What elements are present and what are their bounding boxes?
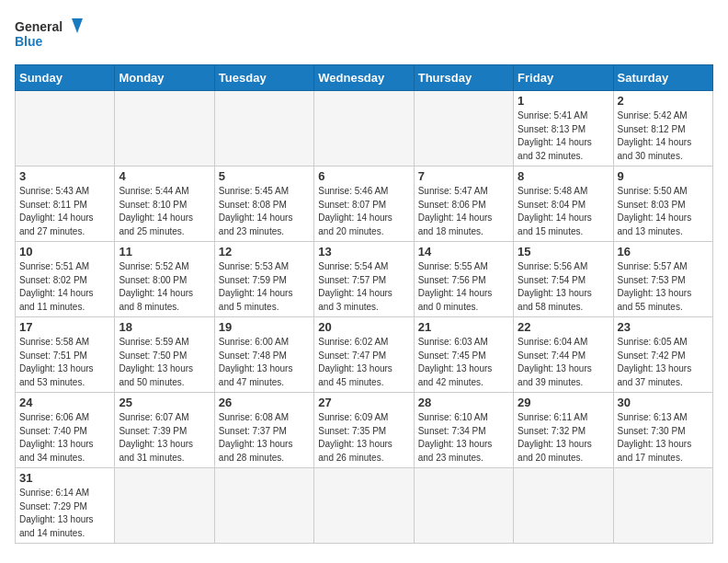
day-info: Sunrise: 5:59 AM Sunset: 7:50 PM Dayligh… xyxy=(119,336,210,389)
day-number: 16 xyxy=(618,245,709,259)
day-info: Sunrise: 5:48 AM Sunset: 8:04 PM Dayligh… xyxy=(518,185,609,238)
day-info: Sunrise: 6:11 AM Sunset: 7:32 PM Dayligh… xyxy=(518,411,609,465)
calendar-week-1: 3Sunrise: 5:43 AM Sunset: 8:11 PM Daylig… xyxy=(16,167,713,242)
calendar-cell xyxy=(314,468,414,544)
day-number: 26 xyxy=(219,396,310,409)
day-info: Sunrise: 6:13 AM Sunset: 7:30 PM Dayligh… xyxy=(618,411,709,465)
calendar-cell: 17Sunrise: 5:58 AM Sunset: 7:51 PM Dayli… xyxy=(16,317,115,393)
day-info: Sunrise: 6:08 AM Sunset: 7:37 PM Dayligh… xyxy=(219,411,310,465)
calendar-cell: 20Sunrise: 6:02 AM Sunset: 7:47 PM Dayli… xyxy=(314,317,414,393)
calendar-cell: 27Sunrise: 6:09 AM Sunset: 7:35 PM Dayli… xyxy=(314,393,414,468)
calendar-cell xyxy=(414,468,513,544)
day-info: Sunrise: 5:47 AM Sunset: 8:06 PM Dayligh… xyxy=(418,185,509,238)
header: GeneralBlue xyxy=(15,15,713,55)
calendar-cell: 1Sunrise: 5:41 AM Sunset: 8:13 PM Daylig… xyxy=(514,91,613,167)
day-info: Sunrise: 5:56 AM Sunset: 7:54 PM Dayligh… xyxy=(518,260,609,314)
calendar-cell: 9Sunrise: 5:50 AM Sunset: 8:03 PM Daylig… xyxy=(613,167,712,242)
calendar-cell: 26Sunrise: 6:08 AM Sunset: 7:37 PM Dayli… xyxy=(214,393,313,468)
calendar-cell: 13Sunrise: 5:54 AM Sunset: 7:57 PM Dayli… xyxy=(314,242,414,317)
calendar-cell: 15Sunrise: 5:56 AM Sunset: 7:54 PM Dayli… xyxy=(514,242,613,317)
day-number: 2 xyxy=(618,94,709,108)
calendar-cell: 7Sunrise: 5:47 AM Sunset: 8:06 PM Daylig… xyxy=(414,167,513,242)
calendar-header: SundayMondayTuesdayWednesdayThursdayFrid… xyxy=(16,65,713,91)
day-info: Sunrise: 6:05 AM Sunset: 7:42 PM Dayligh… xyxy=(618,336,709,389)
day-number: 10 xyxy=(19,245,110,259)
day-info: Sunrise: 6:04 AM Sunset: 7:44 PM Dayligh… xyxy=(518,336,609,389)
calendar-cell: 2Sunrise: 5:42 AM Sunset: 8:12 PM Daylig… xyxy=(613,91,712,167)
day-number: 31 xyxy=(19,471,110,485)
calendar-cell: 21Sunrise: 6:03 AM Sunset: 7:45 PM Dayli… xyxy=(414,317,513,393)
day-info: Sunrise: 5:50 AM Sunset: 8:03 PM Dayligh… xyxy=(618,185,709,238)
calendar-cell: 12Sunrise: 5:53 AM Sunset: 7:59 PM Dayli… xyxy=(214,242,313,317)
day-info: Sunrise: 5:53 AM Sunset: 7:59 PM Dayligh… xyxy=(219,260,310,314)
calendar-cell xyxy=(214,468,313,544)
day-number: 14 xyxy=(418,245,509,259)
day-number: 22 xyxy=(518,320,609,334)
day-info: Sunrise: 5:45 AM Sunset: 8:08 PM Dayligh… xyxy=(219,185,310,238)
day-number: 27 xyxy=(318,396,409,409)
calendar-cell xyxy=(514,468,613,544)
day-number: 18 xyxy=(119,320,210,334)
svg-text:Blue: Blue xyxy=(15,34,43,49)
day-number: 6 xyxy=(318,169,409,183)
day-number: 5 xyxy=(219,169,310,183)
calendar-cell xyxy=(414,91,513,167)
calendar-cell: 8Sunrise: 5:48 AM Sunset: 8:04 PM Daylig… xyxy=(514,167,613,242)
day-info: Sunrise: 5:58 AM Sunset: 7:51 PM Dayligh… xyxy=(19,336,110,389)
calendar-cell: 10Sunrise: 5:51 AM Sunset: 8:02 PM Dayli… xyxy=(16,242,115,317)
day-number: 23 xyxy=(618,320,709,334)
day-info: Sunrise: 5:46 AM Sunset: 8:07 PM Dayligh… xyxy=(318,185,409,238)
calendar-cell xyxy=(16,91,115,167)
day-number: 3 xyxy=(19,169,110,183)
day-number: 29 xyxy=(518,396,609,409)
calendar-cell: 30Sunrise: 6:13 AM Sunset: 7:30 PM Dayli… xyxy=(613,393,712,468)
calendar-cell: 28Sunrise: 6:10 AM Sunset: 7:34 PM Dayli… xyxy=(414,393,513,468)
calendar-cell xyxy=(314,91,414,167)
day-number: 8 xyxy=(518,169,609,183)
calendar-cell: 25Sunrise: 6:07 AM Sunset: 7:39 PM Dayli… xyxy=(115,393,214,468)
calendar-cell xyxy=(613,468,712,544)
day-number: 21 xyxy=(418,320,509,334)
calendar-cell xyxy=(115,91,214,167)
calendar-week-3: 17Sunrise: 5:58 AM Sunset: 7:51 PM Dayli… xyxy=(16,317,713,393)
day-number: 25 xyxy=(119,396,210,409)
logo-svg: GeneralBlue xyxy=(15,15,88,55)
day-number: 17 xyxy=(19,320,110,334)
day-number: 24 xyxy=(19,396,110,409)
calendar-cell: 3Sunrise: 5:43 AM Sunset: 8:11 PM Daylig… xyxy=(16,167,115,242)
calendar-cell: 6Sunrise: 5:46 AM Sunset: 8:07 PM Daylig… xyxy=(314,167,414,242)
day-number: 13 xyxy=(318,245,409,259)
calendar-cell: 14Sunrise: 5:55 AM Sunset: 7:56 PM Dayli… xyxy=(414,242,513,317)
day-info: Sunrise: 5:42 AM Sunset: 8:12 PM Dayligh… xyxy=(618,109,709,163)
day-info: Sunrise: 5:54 AM Sunset: 7:57 PM Dayligh… xyxy=(318,260,409,314)
calendar-cell: 16Sunrise: 5:57 AM Sunset: 7:53 PM Dayli… xyxy=(613,242,712,317)
day-info: Sunrise: 5:43 AM Sunset: 8:11 PM Dayligh… xyxy=(19,185,110,238)
day-number: 11 xyxy=(119,245,210,259)
calendar-week-2: 10Sunrise: 5:51 AM Sunset: 8:02 PM Dayli… xyxy=(16,242,713,317)
day-number: 4 xyxy=(119,169,210,183)
day-info: Sunrise: 6:06 AM Sunset: 7:40 PM Dayligh… xyxy=(19,411,110,465)
weekday-header-sunday: Sunday xyxy=(16,65,115,91)
calendar: SundayMondayTuesdayWednesdayThursdayFrid… xyxy=(15,64,713,544)
calendar-week-0: 1Sunrise: 5:41 AM Sunset: 8:13 PM Daylig… xyxy=(16,91,713,167)
day-number: 19 xyxy=(219,320,310,334)
day-number: 12 xyxy=(219,245,310,259)
calendar-cell: 23Sunrise: 6:05 AM Sunset: 7:42 PM Dayli… xyxy=(613,317,712,393)
calendar-cell: 29Sunrise: 6:11 AM Sunset: 7:32 PM Dayli… xyxy=(514,393,613,468)
day-info: Sunrise: 6:03 AM Sunset: 7:45 PM Dayligh… xyxy=(418,336,509,389)
logo: GeneralBlue xyxy=(15,15,88,55)
day-info: Sunrise: 5:41 AM Sunset: 8:13 PM Dayligh… xyxy=(518,109,609,163)
calendar-cell xyxy=(115,468,214,544)
day-info: Sunrise: 5:55 AM Sunset: 7:56 PM Dayligh… xyxy=(418,260,509,314)
calendar-cell xyxy=(214,91,313,167)
day-number: 9 xyxy=(618,169,709,183)
calendar-cell: 18Sunrise: 5:59 AM Sunset: 7:50 PM Dayli… xyxy=(115,317,214,393)
weekday-header-wednesday: Wednesday xyxy=(314,65,414,91)
day-number: 20 xyxy=(318,320,409,334)
calendar-cell: 24Sunrise: 6:06 AM Sunset: 7:40 PM Dayli… xyxy=(16,393,115,468)
day-number: 28 xyxy=(418,396,509,409)
weekday-header-saturday: Saturday xyxy=(613,65,712,91)
day-info: Sunrise: 5:57 AM Sunset: 7:53 PM Dayligh… xyxy=(618,260,709,314)
weekday-header-monday: Monday xyxy=(115,65,214,91)
day-info: Sunrise: 6:07 AM Sunset: 7:39 PM Dayligh… xyxy=(119,411,210,465)
